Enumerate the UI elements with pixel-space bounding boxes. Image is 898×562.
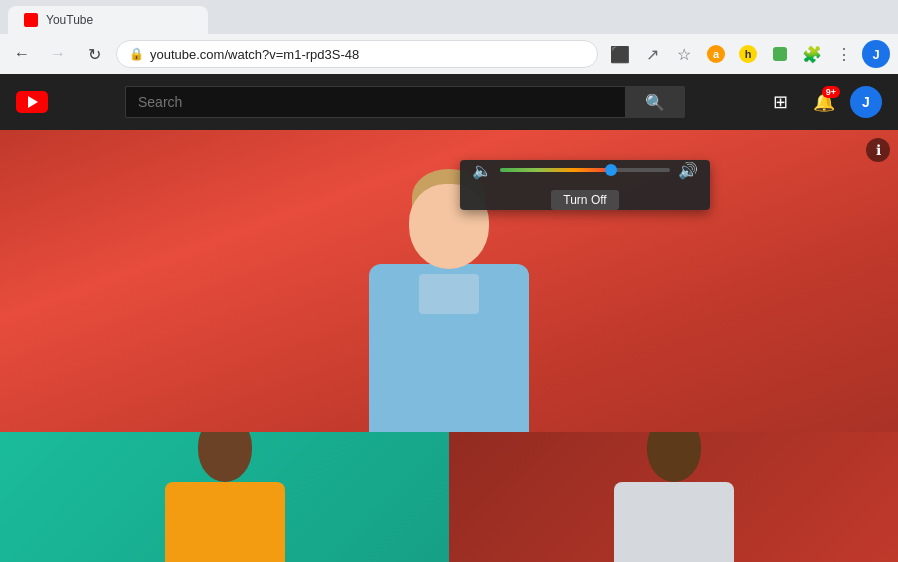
tab-title: YouTube [46, 13, 93, 27]
lock-icon: 🔒 [129, 47, 144, 61]
address-bar-row: ← → ↻ 🔒 youtube.com/watch?v=m1-rpd3S-48 … [0, 34, 898, 74]
video-bottom [0, 432, 898, 562]
bottom-left-bg [0, 432, 449, 562]
volume-max-icon: 🔊 [678, 161, 698, 180]
bottom-left-body [165, 482, 285, 562]
bottom-right-bg [449, 432, 898, 562]
share-icon[interactable]: ↗ [638, 40, 666, 68]
yt-user-avatar[interactable]: J [850, 86, 882, 118]
video-area: 🔈 🔊 Turn Off ℹ [0, 130, 898, 562]
yt-search-input[interactable] [125, 86, 625, 118]
green-ext-icon [773, 47, 787, 61]
info-overlay-button[interactable]: ℹ [866, 138, 890, 162]
bottom-left-head [195, 432, 255, 482]
volume-row: 🔈 🔊 [472, 161, 698, 180]
bottom-right-body [614, 482, 734, 562]
extensions-button[interactable]: 🧩 [798, 40, 826, 68]
green-extension-button[interactable] [766, 40, 794, 68]
yt-logo-icon [16, 91, 48, 113]
youtube-page: 🔍 ⊞ 🔔 9+ J 🔈 🔊 Turn Off [0, 74, 898, 562]
yt-notification-wrap: 🔔 9+ [806, 84, 842, 120]
volume-slider-thumb [605, 164, 617, 176]
bottom-right-head [644, 432, 704, 482]
main-performer-bg [0, 130, 898, 432]
tab-favicon [24, 13, 38, 27]
reload-button[interactable]: ↻ [80, 40, 108, 68]
video-main [0, 130, 898, 432]
chrome-menu-button[interactable]: ⋮ [830, 40, 858, 68]
amazon-extension-button[interactable]: a [702, 40, 730, 68]
yt-header: 🔍 ⊞ 🔔 9+ J [0, 74, 898, 130]
yt-notification-button[interactable]: 🔔 9+ [806, 84, 842, 120]
active-tab[interactable]: YouTube [8, 6, 208, 34]
volume-popup: 🔈 🔊 Turn Off [460, 160, 710, 210]
bottom-right-figure [614, 432, 734, 562]
honey-extension-button[interactable]: h [734, 40, 762, 68]
address-bar[interactable]: 🔒 youtube.com/watch?v=m1-rpd3S-48 [116, 40, 598, 68]
back-button[interactable]: ← [8, 40, 36, 68]
yt-header-right: ⊞ 🔔 9+ J [762, 84, 882, 120]
yt-grid-button[interactable]: ⊞ [762, 84, 798, 120]
notification-badge: 9+ [822, 86, 840, 98]
tab-bar: YouTube [0, 0, 898, 34]
toolbar-icons: ⬛ ↗ ☆ a h 🧩 ⋮ J [606, 40, 890, 68]
yt-search-button[interactable]: 🔍 [625, 86, 685, 118]
bottom-right-face [647, 432, 701, 482]
performer-body [369, 264, 529, 433]
bottom-left-figure [165, 432, 285, 562]
bottom-right-performer [449, 432, 898, 562]
cast-icon[interactable]: ⬛ [606, 40, 634, 68]
bookmark-icon[interactable]: ☆ [670, 40, 698, 68]
honey-icon: h [739, 45, 757, 63]
yt-search-container: 🔍 [125, 86, 685, 118]
yt-logo[interactable] [16, 91, 48, 113]
volume-slider-track[interactable] [500, 168, 670, 172]
yt-play-triangle [28, 96, 38, 108]
turn-off-button[interactable]: Turn Off [551, 190, 618, 210]
url-text: youtube.com/watch?v=m1-rpd3S-48 [150, 47, 359, 62]
volume-slider-fill [500, 168, 611, 172]
browser-profile-avatar[interactable]: J [862, 40, 890, 68]
bottom-left-face [198, 432, 252, 482]
bottom-left-performer [0, 432, 449, 562]
forward-button[interactable]: → [44, 40, 72, 68]
volume-min-icon: 🔈 [472, 161, 492, 180]
browser-chrome: YouTube ← → ↻ 🔒 youtube.com/watch?v=m1-r… [0, 0, 898, 74]
amazon-icon: a [707, 45, 725, 63]
performer-shirt [419, 274, 479, 314]
